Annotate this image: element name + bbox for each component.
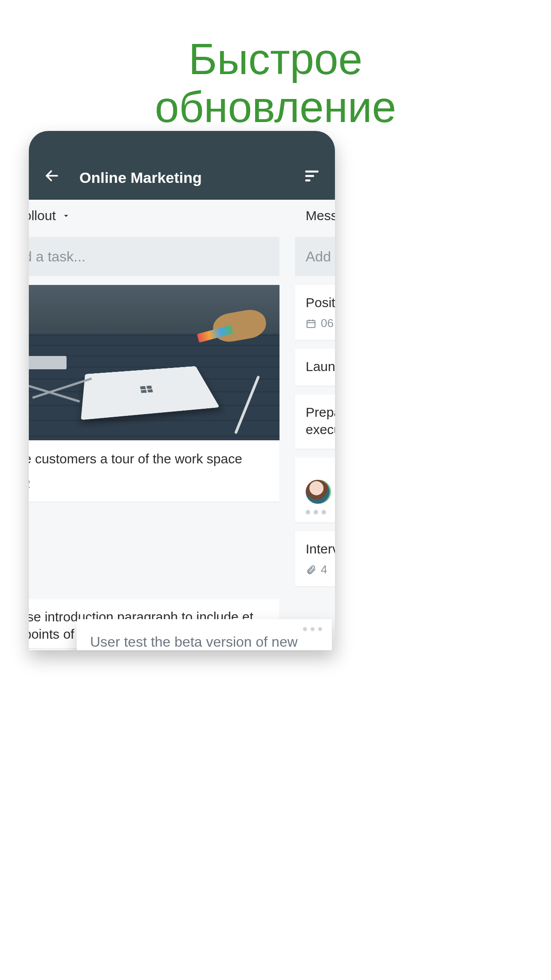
- task-card[interactable]: e customers a tour of the work space 2: [29, 285, 279, 502]
- task-card[interactable]: Posit 06: [295, 285, 335, 340]
- sort-button[interactable]: [301, 165, 323, 186]
- column-messaging: Messag Add a Posit 06 Laun: [295, 200, 335, 586]
- calendar-icon: [306, 318, 316, 329]
- add-task-placeholder: Add a: [306, 249, 335, 265]
- card-cover-image: [29, 285, 279, 440]
- svg-rect-3: [305, 179, 311, 181]
- column-header[interactable]: Messag: [295, 200, 335, 232]
- hero-line2: обновление: [0, 83, 551, 131]
- paperclip-icon: [306, 565, 316, 575]
- more-icon[interactable]: [303, 627, 322, 631]
- back-button[interactable]: [41, 165, 63, 186]
- device-frame: Online Marketing ollout d a task...: [29, 131, 335, 650]
- sort-icon: [303, 167, 321, 185]
- card-title: Interv need: [295, 531, 335, 563]
- column-rollout: ollout d a task...: [29, 200, 279, 648]
- card-title: Prepa execu: [295, 395, 335, 449]
- task-card[interactable]: [295, 458, 335, 522]
- task-card[interactable]: Interv need 4: [295, 531, 335, 586]
- card-title: Posit: [295, 285, 335, 316]
- assignee-avatar: [306, 480, 330, 504]
- add-task-placeholder: d a task...: [29, 249, 86, 265]
- hero-title: Быстрое обновление: [0, 0, 551, 131]
- card-meta-text: 2: [29, 477, 30, 491]
- card-title: User test the beta version of new landin…: [90, 632, 319, 650]
- board[interactable]: ollout d a task...: [29, 200, 335, 650]
- card-title: e customers a tour of the work space: [29, 450, 269, 468]
- date-text: 06: [321, 316, 334, 330]
- task-card[interactable]: Prepa execu: [295, 395, 335, 449]
- arrow-left-icon: [44, 168, 60, 184]
- app-bar: Online Marketing: [29, 131, 335, 200]
- task-card[interactable]: Laun: [295, 349, 335, 386]
- attachments: 4: [306, 563, 327, 577]
- due-date: 06: [306, 316, 334, 330]
- add-task-input[interactable]: d a task...: [29, 237, 279, 276]
- column-name: ollout: [29, 208, 56, 223]
- card-title: Laun: [295, 349, 335, 386]
- attachments-count: 4: [321, 563, 327, 577]
- page: Быстрое обновление Online Marketing ollo…: [0, 0, 551, 980]
- column-header[interactable]: ollout: [29, 200, 279, 232]
- column-name: Messag: [306, 208, 335, 223]
- svg-rect-2: [305, 175, 314, 177]
- dragging-card[interactable]: User test the beta version of new landin…: [77, 619, 332, 650]
- more-icon[interactable]: [295, 506, 335, 521]
- app-title: Online Marketing: [79, 169, 301, 186]
- chevron-down-icon: [61, 211, 71, 221]
- svg-rect-4: [307, 320, 315, 328]
- add-task-input[interactable]: Add a: [295, 237, 335, 276]
- hero-line1: Быстрое: [0, 36, 551, 83]
- svg-rect-1: [305, 170, 319, 172]
- drop-placeholder: [29, 502, 279, 590]
